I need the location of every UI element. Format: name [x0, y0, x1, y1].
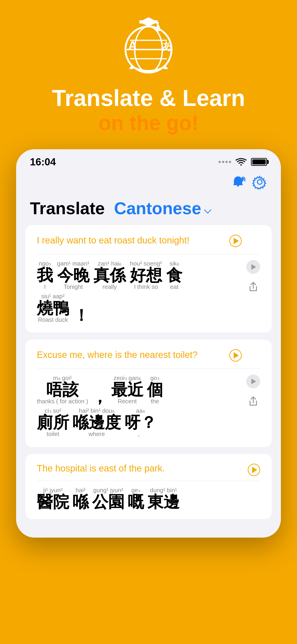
chinese-char: 好想 [130, 267, 162, 283]
english-text: The hospital is east of the park. [37, 463, 248, 474]
card-actions [246, 260, 260, 294]
jyutping-text: siu¹ aap² [41, 293, 64, 300]
card-divider [37, 481, 260, 481]
app-logo: A あ [116, 14, 181, 78]
char-group: hou² soeng² 好想 I think so [130, 260, 162, 290]
english-gloss: Tonight [64, 283, 83, 290]
language-label[interactable]: Cantonese [114, 198, 201, 218]
card-english-sentence: Excuse me, where is the nearest toilet? [37, 349, 260, 362]
play-english-button[interactable] [229, 349, 242, 362]
char-group: ci₃ so² 廁所 toilet [37, 407, 69, 438]
jyutping-text: dung¹ bin¹ [150, 487, 177, 494]
english-gloss: Recent [118, 398, 136, 405]
english-text: Excuse me, where is the nearest toilet? [37, 349, 229, 361]
hospital-english: The hospital is east of the park. [37, 463, 260, 476]
dot-3 [226, 161, 228, 163]
svg-rect-13 [237, 185, 239, 186]
punctuation: ， [92, 389, 108, 405]
toilet-cantonese-section: m₄ goi¹ 唔該 thanks ( for action ) ， zeoi₃… [37, 374, 260, 438]
dot-2 [222, 161, 224, 163]
app-title-area: Translate Cantonese ⌵ [16, 194, 281, 225]
phone-mockup: 16:04 [16, 149, 281, 538]
chinese-char: 東邊 [147, 494, 180, 510]
status-time: 16:04 [30, 156, 56, 168]
cantonese-content: ngo₅ 我 I gam¹ maan¹ 今晚 Tonight zan¹ hai₆… [37, 260, 242, 324]
translate-label: Translate [30, 198, 105, 218]
card-toilet: Excuse me, where is the nearest toilet? … [25, 340, 272, 447]
english-gloss: eat [170, 283, 178, 290]
card-divider [37, 254, 260, 254]
english-gloss: I [44, 283, 46, 290]
svg-point-15 [258, 180, 262, 184]
english-gloss: the [150, 398, 159, 405]
card-english-sentence: I really want to eat roast duck tonight! [37, 234, 260, 247]
card-roast-duck: I really want to eat roast duck tonight!… [25, 225, 272, 332]
play-triangle-icon [252, 467, 257, 473]
chinese-char: 嘅 [128, 494, 144, 510]
english-gloss: thanks ( for action ) [37, 398, 88, 405]
hero-title: Translate & Learn [52, 85, 245, 110]
char-group: go₃ 個 the [147, 374, 163, 405]
play-cantonese-button[interactable] [246, 260, 260, 274]
jyutping-text: gung¹ jyun² [93, 487, 123, 494]
toilet-chars-content: m₄ goi¹ 唔該 thanks ( for action ) ， zeoi₃… [37, 374, 242, 438]
play-triangle-icon [234, 352, 239, 358]
hero-section: A あ Translate & Learn on the go! [0, 0, 297, 149]
jyutping-text: ge₃ [132, 487, 140, 494]
char-group: m₄ goi¹ 唔該 thanks ( for action ) [37, 374, 88, 405]
app-header [16, 170, 281, 194]
status-bar: 16:04 [16, 149, 281, 170]
dot-1 [218, 161, 221, 163]
chinese-char: 喺 [72, 494, 89, 510]
english-text: I really want to eat roast duck tonight! [37, 234, 229, 246]
chinese-char: 公園 [92, 494, 124, 510]
chinese-char: 唔該 [46, 382, 78, 398]
share-button[interactable] [246, 280, 260, 294]
char-group: hai² bin¹ dou₆ 喺邊度 where [72, 407, 121, 438]
char-group: siu¹ aap² 燒鴨 Roast duck [37, 293, 69, 323]
chinese-char: 個 [147, 382, 163, 398]
char-group: zeoi₃ gan₆ 最近 Recent [111, 374, 144, 405]
play-icon [252, 379, 256, 384]
chinese-char: 廁所 [37, 414, 69, 430]
play-english-button[interactable] [248, 464, 260, 476]
share-button[interactable] [246, 394, 260, 408]
svg-text:あ: あ [162, 40, 172, 52]
settings-gear-icon[interactable] [252, 174, 267, 189]
english-gloss: toilet [47, 430, 60, 438]
svg-marker-6 [139, 17, 158, 26]
chinese-char: 燒鴨 [37, 300, 69, 316]
char-group: aa₄ 呀？ 。 [124, 407, 156, 438]
chinese-char: 真係 [94, 267, 126, 283]
battery-fill [252, 160, 266, 164]
cantonese-section: ngo₅ 我 I gam¹ maan¹ 今晚 Tonight zan¹ hai₆… [37, 260, 260, 324]
chinese-char: 食 [166, 267, 182, 283]
card-divider [37, 368, 260, 369]
play-icon [252, 264, 256, 270]
english-gloss: really [102, 283, 117, 290]
wifi-icon [235, 157, 247, 166]
char-group: gam¹ maan¹ 今晚 Tonight [57, 260, 89, 290]
chinese-char: 呀？ [124, 414, 156, 430]
jyutping-text: ji¹ jyun² [43, 487, 62, 494]
status-icons [218, 157, 267, 166]
char-group: ge₃ 嘅 [128, 487, 144, 510]
language-chevron-icon[interactable]: ⌵ [204, 200, 212, 216]
char-group: sik₆ 食 eat [166, 260, 182, 290]
battery-icon [251, 158, 267, 166]
english-gloss: 。 [138, 430, 144, 438]
play-triangle-icon [234, 238, 239, 244]
notification-bell-icon[interactable] [231, 174, 246, 189]
char-group: ji¹ jyun² 醫院 [37, 487, 69, 510]
svg-text:A: A [128, 39, 137, 52]
english-gloss: where [89, 430, 105, 438]
hero-subtitle: on the go! [98, 110, 199, 136]
char-group: zan¹ hai₆ 真係 really [94, 260, 126, 290]
char-group: gung¹ jyun² 公園 [92, 487, 124, 510]
english-gloss: Roast duck [38, 316, 68, 324]
play-english-button[interactable] [229, 235, 242, 247]
chinese-char: 喺邊度 [72, 414, 121, 430]
play-cantonese-button[interactable] [246, 374, 260, 388]
share-icon [248, 396, 258, 406]
signal-dots [218, 161, 231, 163]
